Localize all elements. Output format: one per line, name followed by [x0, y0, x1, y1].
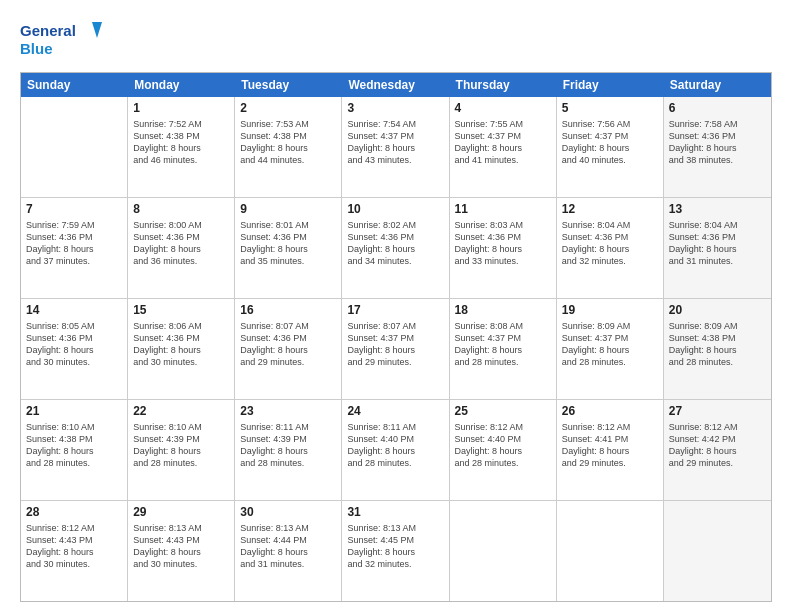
cell-info-line: Sunrise: 8:11 AM — [240, 421, 336, 433]
cell-info-line: and 30 minutes. — [133, 356, 229, 368]
cell-info-line: Sunset: 4:44 PM — [240, 534, 336, 546]
cell-info-line: Daylight: 8 hours — [562, 445, 658, 457]
calendar-cell: 8Sunrise: 8:00 AMSunset: 4:36 PMDaylight… — [128, 198, 235, 298]
cell-info-line: Daylight: 8 hours — [26, 243, 122, 255]
cell-info-line: Sunrise: 8:13 AM — [347, 522, 443, 534]
cell-info-line: Sunset: 4:36 PM — [669, 130, 766, 142]
cell-info-line: Sunset: 4:37 PM — [347, 130, 443, 142]
cell-info-line: Sunset: 4:37 PM — [562, 332, 658, 344]
cell-info-line: Sunset: 4:36 PM — [455, 231, 551, 243]
cell-info-line: and 28 minutes. — [347, 457, 443, 469]
cell-info-line: and 43 minutes. — [347, 154, 443, 166]
cell-info-line: Sunrise: 8:04 AM — [669, 219, 766, 231]
cell-info-line: Daylight: 8 hours — [562, 243, 658, 255]
cell-info-line: Daylight: 8 hours — [562, 344, 658, 356]
cell-info-line: Sunrise: 7:56 AM — [562, 118, 658, 130]
cell-info-line: Sunrise: 8:12 AM — [26, 522, 122, 534]
calendar-cell: 5Sunrise: 7:56 AMSunset: 4:37 PMDaylight… — [557, 97, 664, 197]
cell-info-line: and 32 minutes. — [347, 558, 443, 570]
day-number: 1 — [133, 100, 229, 117]
cell-info-line: Sunset: 4:39 PM — [240, 433, 336, 445]
day-number: 18 — [455, 302, 551, 319]
cell-info-line: and 28 minutes. — [455, 457, 551, 469]
cell-info-line: and 38 minutes. — [669, 154, 766, 166]
cell-info-line: Daylight: 8 hours — [133, 243, 229, 255]
cell-info-line: Sunrise: 8:05 AM — [26, 320, 122, 332]
cell-info-line: Sunset: 4:36 PM — [26, 332, 122, 344]
calendar-cell: 26Sunrise: 8:12 AMSunset: 4:41 PMDayligh… — [557, 400, 664, 500]
cell-info-line: Daylight: 8 hours — [26, 445, 122, 457]
cell-info-line: and 28 minutes. — [455, 356, 551, 368]
page: General Blue SundayMondayTuesdayWednesda… — [0, 0, 792, 612]
cell-info-line: Sunrise: 8:04 AM — [562, 219, 658, 231]
cell-info-line: Sunrise: 8:01 AM — [240, 219, 336, 231]
cell-info-line: Sunrise: 8:11 AM — [347, 421, 443, 433]
day-number: 5 — [562, 100, 658, 117]
calendar-cell — [450, 501, 557, 601]
calendar-cell: 11Sunrise: 8:03 AMSunset: 4:36 PMDayligh… — [450, 198, 557, 298]
cell-info-line: Sunrise: 8:09 AM — [562, 320, 658, 332]
calendar-cell: 14Sunrise: 8:05 AMSunset: 4:36 PMDayligh… — [21, 299, 128, 399]
cell-info-line: Daylight: 8 hours — [240, 546, 336, 558]
day-number: 21 — [26, 403, 122, 420]
day-number: 19 — [562, 302, 658, 319]
cell-info-line: Daylight: 8 hours — [133, 546, 229, 558]
cell-info-line: Sunset: 4:42 PM — [669, 433, 766, 445]
weekday-header: Sunday — [21, 73, 128, 97]
cell-info-line: Daylight: 8 hours — [26, 344, 122, 356]
cell-info-line: Sunrise: 7:52 AM — [133, 118, 229, 130]
calendar-cell: 18Sunrise: 8:08 AMSunset: 4:37 PMDayligh… — [450, 299, 557, 399]
calendar-cell: 1Sunrise: 7:52 AMSunset: 4:38 PMDaylight… — [128, 97, 235, 197]
cell-info-line: and 40 minutes. — [562, 154, 658, 166]
cell-info-line: Sunrise: 8:12 AM — [562, 421, 658, 433]
day-number: 28 — [26, 504, 122, 521]
calendar-cell: 23Sunrise: 8:11 AMSunset: 4:39 PMDayligh… — [235, 400, 342, 500]
cell-info-line: Sunset: 4:41 PM — [562, 433, 658, 445]
day-number: 16 — [240, 302, 336, 319]
cell-info-line: Sunset: 4:36 PM — [133, 332, 229, 344]
cell-info-line: and 35 minutes. — [240, 255, 336, 267]
weekday-header: Monday — [128, 73, 235, 97]
cell-info-line: Sunrise: 8:07 AM — [347, 320, 443, 332]
svg-marker-2 — [92, 22, 102, 38]
calendar-cell — [664, 501, 771, 601]
cell-info-line: Daylight: 8 hours — [347, 142, 443, 154]
day-number: 20 — [669, 302, 766, 319]
cell-info-line: Daylight: 8 hours — [455, 445, 551, 457]
cell-info-line: Sunset: 4:43 PM — [133, 534, 229, 546]
cell-info-line: Sunrise: 8:10 AM — [26, 421, 122, 433]
cell-info-line: Daylight: 8 hours — [669, 243, 766, 255]
cell-info-line: Daylight: 8 hours — [455, 142, 551, 154]
calendar-row: 21Sunrise: 8:10 AMSunset: 4:38 PMDayligh… — [21, 400, 771, 501]
calendar-cell: 10Sunrise: 8:02 AMSunset: 4:36 PMDayligh… — [342, 198, 449, 298]
weekday-header: Saturday — [664, 73, 771, 97]
day-number: 31 — [347, 504, 443, 521]
cell-info-line: and 30 minutes. — [26, 558, 122, 570]
weekday-header: Tuesday — [235, 73, 342, 97]
calendar-cell: 21Sunrise: 8:10 AMSunset: 4:38 PMDayligh… — [21, 400, 128, 500]
cell-info-line: Sunrise: 8:00 AM — [133, 219, 229, 231]
cell-info-line: Daylight: 8 hours — [669, 445, 766, 457]
cell-info-line: and 36 minutes. — [133, 255, 229, 267]
cell-info-line: Sunrise: 8:06 AM — [133, 320, 229, 332]
day-number: 23 — [240, 403, 336, 420]
calendar-cell: 3Sunrise: 7:54 AMSunset: 4:37 PMDaylight… — [342, 97, 449, 197]
calendar-cell: 24Sunrise: 8:11 AMSunset: 4:40 PMDayligh… — [342, 400, 449, 500]
cell-info-line: Sunset: 4:37 PM — [347, 332, 443, 344]
cell-info-line: Sunrise: 8:13 AM — [240, 522, 336, 534]
calendar-cell: 16Sunrise: 8:07 AMSunset: 4:36 PMDayligh… — [235, 299, 342, 399]
logo-svg: General Blue — [20, 18, 110, 62]
cell-info-line: Daylight: 8 hours — [347, 546, 443, 558]
cell-info-line: Sunset: 4:38 PM — [133, 130, 229, 142]
cell-info-line: Daylight: 8 hours — [240, 445, 336, 457]
cell-info-line: Sunset: 4:38 PM — [240, 130, 336, 142]
cell-info-line: and 28 minutes. — [669, 356, 766, 368]
header: General Blue — [20, 18, 772, 62]
cell-info-line: Daylight: 8 hours — [347, 445, 443, 457]
cell-info-line: and 44 minutes. — [240, 154, 336, 166]
calendar-row: 1Sunrise: 7:52 AMSunset: 4:38 PMDaylight… — [21, 97, 771, 198]
day-number: 13 — [669, 201, 766, 218]
calendar-cell: 28Sunrise: 8:12 AMSunset: 4:43 PMDayligh… — [21, 501, 128, 601]
cell-info-line: Sunset: 4:40 PM — [455, 433, 551, 445]
day-number: 24 — [347, 403, 443, 420]
